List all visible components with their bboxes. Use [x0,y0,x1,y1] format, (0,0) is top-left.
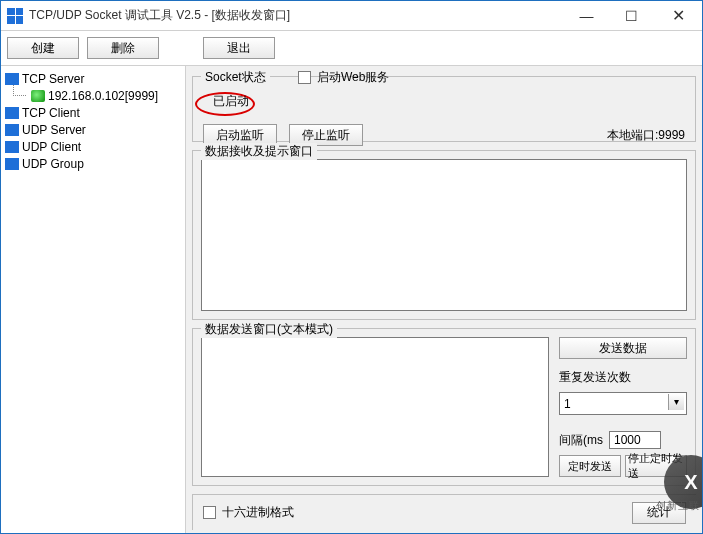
send-controls: 发送数据 重复发送次数 1 间隔(ms 1000 定时发送 停止定时发送 [559,337,687,477]
maximize-button[interactable]: ☐ [609,1,654,30]
data-send-textarea[interactable] [201,337,549,477]
tree-udp-client[interactable]: UDP Client [3,138,183,155]
minimize-button[interactable]: — [564,1,609,30]
web-service-checkbox[interactable] [298,71,311,84]
window-title: TCP/UDP Socket 调试工具 V2.5 - [数据收发窗口] [29,7,564,24]
tree-udp-server[interactable]: UDP Server [3,121,183,138]
server-icon [5,73,19,85]
connection-tree: TCP Server 192.168.0.102[9999] TCP Clien… [1,66,186,533]
client-icon [5,107,19,119]
server-icon [5,124,19,136]
socket-status-legend: Socket状态 [201,69,270,86]
stats-button[interactable]: 统计 [632,502,686,524]
hex-label: 十六进制格式 [222,504,294,521]
create-button[interactable]: 创建 [7,37,79,59]
hex-format-row: 十六进制格式 统计 [192,494,696,530]
data-receive-legend: 数据接收及提示窗口 [201,143,317,160]
data-receive-group: 数据接收及提示窗口 [192,150,696,320]
data-send-group: 数据发送窗口(文本模式) 发送数据 重复发送次数 1 间隔(ms 1000 定时… [192,328,696,486]
interval-input[interactable]: 1000 [609,431,661,449]
exit-button[interactable]: 退出 [203,37,275,59]
repeat-count-label: 重复发送次数 [559,369,687,386]
interval-label: 间隔(ms [559,432,603,449]
window-controls: — ☐ ✕ [564,1,702,30]
main-area: TCP Server 192.168.0.102[9999] TCP Clien… [1,66,702,533]
toolbar: 创建 删除 退出 [1,31,702,66]
stop-timed-send-button[interactable]: 停止定时发送 [625,455,687,477]
web-service-label: 启动Web服务 [317,69,389,86]
local-port-label: 本地端口:9999 [607,127,685,144]
tree-tcp-server-child[interactable]: 192.168.0.102[9999] [3,87,183,104]
group-icon [5,158,19,170]
content-panel: Socket状态 启动Web服务 已启动 启动监听 停止监听 本地端口:9999… [186,66,702,533]
tree-tcp-server[interactable]: TCP Server [3,70,183,87]
send-data-button[interactable]: 发送数据 [559,337,687,359]
data-send-legend: 数据发送窗口(文本模式) [201,321,337,338]
data-receive-textarea[interactable] [201,159,687,311]
timed-send-button[interactable]: 定时发送 [559,455,621,477]
repeat-count-combo[interactable]: 1 [559,392,687,415]
delete-button[interactable]: 删除 [87,37,159,59]
tree-udp-group[interactable]: UDP Group [3,155,183,172]
status-text: 已启动 [213,94,249,108]
active-node-icon [31,90,45,102]
app-icon [7,8,23,24]
title-bar: TCP/UDP Socket 调试工具 V2.5 - [数据收发窗口] — ☐ … [1,1,702,31]
tree-tcp-client[interactable]: TCP Client [3,104,183,121]
hex-checkbox[interactable] [203,506,216,519]
close-button[interactable]: ✕ [654,1,702,30]
socket-status-group: Socket状态 启动Web服务 已启动 启动监听 停止监听 本地端口:9999 [192,76,696,142]
client-icon [5,141,19,153]
